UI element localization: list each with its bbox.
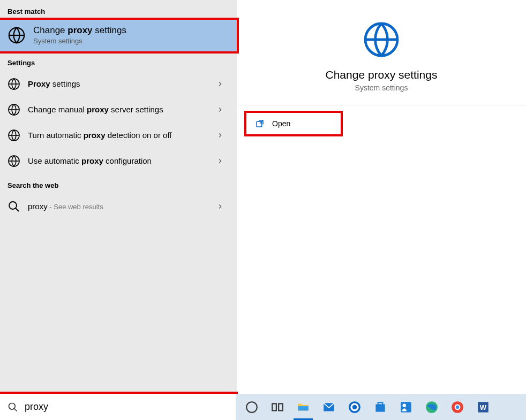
task-view-icon[interactable] [265,394,290,420]
globe-icon [362,20,401,59]
t: proxy [28,202,48,211]
t: Turn automatic [28,131,84,140]
t: settings [50,79,80,88]
t: configuration [103,156,152,165]
preview-card: Change proxy settings System settings [237,0,526,105]
word-icon[interactable]: W [470,394,496,420]
best-match-item[interactable]: Change proxy settings System settings [0,20,237,51]
svg-rect-20 [378,402,383,404]
chevron-right-icon [216,80,224,88]
preview-title: Change proxy settings [237,68,526,81]
globe-icon [7,103,20,116]
settings-item-proxy[interactable]: Proxy settings [0,71,237,97]
svg-point-12 [246,402,257,413]
globe-icon [7,26,26,44]
chevron-right-icon [216,106,224,113]
search-icon [7,200,20,213]
taskbar: W [236,394,526,420]
section-settings: Settings [0,51,237,71]
chevron-right-icon [216,203,224,210]
section-search-web: Search the web [0,174,237,194]
svg-point-26 [456,405,460,409]
store-icon[interactable] [367,394,393,420]
t: detection on or off [106,131,172,140]
t: server settings [109,105,163,114]
t: Change manual [28,105,87,114]
svg-rect-13 [272,403,276,410]
svg-rect-14 [279,403,283,410]
svg-point-18 [352,404,357,409]
bm-title-bold: proxy [67,25,92,35]
svg-text:W: W [480,403,487,411]
search-icon [7,402,18,413]
globe-icon [7,129,20,142]
open-action[interactable]: Open [246,113,341,134]
svg-point-22 [403,403,407,407]
chrome-icon[interactable] [445,394,470,420]
settings-item-manual-proxy[interactable]: Change manual proxy server settings [0,97,237,123]
t: - See web results [48,203,103,211]
open-label: Open [272,119,290,128]
t: proxy [87,105,109,114]
settings-item-auto-config[interactable]: Use automatic proxy configuration [0,148,237,174]
bm-title-pre: Change [33,25,67,35]
t: proxy [81,156,103,165]
search-box[interactable] [0,394,236,420]
globe-icon [7,155,20,167]
mail-icon[interactable] [316,394,342,420]
settings-item-auto-detect[interactable]: Turn automatic proxy detection on or off [0,123,237,148]
search-input[interactable] [25,401,228,413]
svg-point-10 [9,403,16,409]
chevron-right-icon [216,157,224,165]
preview-subtitle: System settings [237,83,526,92]
t: Use automatic [28,156,81,165]
bm-title-post: settings [93,25,126,35]
search-results-pane: Best match Change proxy settings System … [0,0,237,394]
support-icon[interactable] [393,394,419,420]
dell-icon[interactable] [342,394,367,420]
t: Proxy [28,79,50,88]
bm-subtitle: System settings [33,37,126,45]
chevron-right-icon [216,132,224,139]
cortana-icon[interactable] [239,394,265,420]
best-match-text: Change proxy settings System settings [33,25,126,45]
web-search-item[interactable]: proxy - See web results [0,194,237,219]
globe-icon [7,78,20,90]
preview-pane: Change proxy settings System settings Op… [237,0,526,394]
svg-line-6 [16,208,19,211]
open-icon [255,119,265,128]
svg-line-11 [14,408,17,411]
file-explorer-icon[interactable] [290,394,316,420]
section-best-match: Best match [0,0,237,20]
svg-point-5 [9,202,17,209]
t: proxy [84,131,106,140]
edge-icon[interactable] [419,394,445,420]
